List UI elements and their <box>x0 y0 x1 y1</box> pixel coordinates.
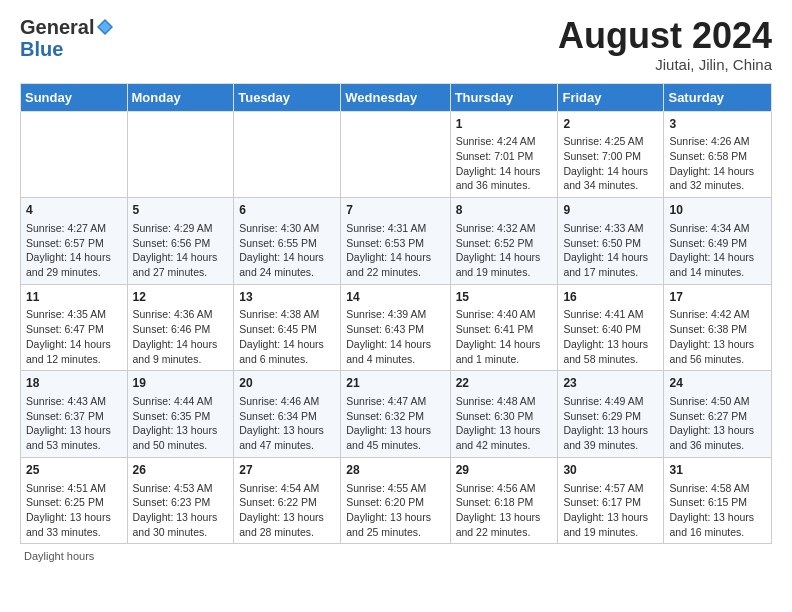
day-number: 15 <box>456 289 553 306</box>
day-info: Sunrise: 4:30 AM Sunset: 6:55 PM Dayligh… <box>239 221 335 280</box>
location-subtitle: Jiutai, Jilin, China <box>558 56 772 73</box>
calendar-cell: 13Sunrise: 4:38 AM Sunset: 6:45 PM Dayli… <box>234 284 341 371</box>
day-info: Sunrise: 4:32 AM Sunset: 6:52 PM Dayligh… <box>456 221 553 280</box>
calendar-cell: 1Sunrise: 4:24 AM Sunset: 7:01 PM Daylig… <box>450 111 558 198</box>
calendar-cell: 21Sunrise: 4:47 AM Sunset: 6:32 PM Dayli… <box>341 371 450 458</box>
day-info: Sunrise: 4:25 AM Sunset: 7:00 PM Dayligh… <box>563 134 658 193</box>
calendar-cell: 3Sunrise: 4:26 AM Sunset: 6:58 PM Daylig… <box>664 111 772 198</box>
calendar-table: SundayMondayTuesdayWednesdayThursdayFrid… <box>20 83 772 545</box>
day-info: Sunrise: 4:34 AM Sunset: 6:49 PM Dayligh… <box>669 221 766 280</box>
day-number: 5 <box>133 202 229 219</box>
day-info: Sunrise: 4:58 AM Sunset: 6:15 PM Dayligh… <box>669 481 766 540</box>
calendar-cell: 7Sunrise: 4:31 AM Sunset: 6:53 PM Daylig… <box>341 198 450 285</box>
day-info: Sunrise: 4:42 AM Sunset: 6:38 PM Dayligh… <box>669 307 766 366</box>
day-number: 7 <box>346 202 444 219</box>
calendar-cell: 17Sunrise: 4:42 AM Sunset: 6:38 PM Dayli… <box>664 284 772 371</box>
day-info: Sunrise: 4:57 AM Sunset: 6:17 PM Dayligh… <box>563 481 658 540</box>
day-number: 3 <box>669 116 766 133</box>
calendar-cell <box>21 111 128 198</box>
day-info: Sunrise: 4:38 AM Sunset: 6:45 PM Dayligh… <box>239 307 335 366</box>
calendar-cell: 23Sunrise: 4:49 AM Sunset: 6:29 PM Dayli… <box>558 371 664 458</box>
day-number: 11 <box>26 289 122 306</box>
svg-marker-1 <box>99 21 111 33</box>
day-info: Sunrise: 4:29 AM Sunset: 6:56 PM Dayligh… <box>133 221 229 280</box>
day-number: 22 <box>456 375 553 392</box>
calendar-cell: 2Sunrise: 4:25 AM Sunset: 7:00 PM Daylig… <box>558 111 664 198</box>
logo-flag-icon <box>96 18 114 36</box>
calendar-week-row: 1Sunrise: 4:24 AM Sunset: 7:01 PM Daylig… <box>21 111 772 198</box>
day-number: 20 <box>239 375 335 392</box>
calendar-week-row: 4Sunrise: 4:27 AM Sunset: 6:57 PM Daylig… <box>21 198 772 285</box>
day-info: Sunrise: 4:24 AM Sunset: 7:01 PM Dayligh… <box>456 134 553 193</box>
logo: General Blue <box>20 16 114 60</box>
day-number: 29 <box>456 462 553 479</box>
calendar-week-row: 11Sunrise: 4:35 AM Sunset: 6:47 PM Dayli… <box>21 284 772 371</box>
page: General Blue August 2024 Jiutai, Jilin, … <box>0 0 792 612</box>
calendar-cell: 30Sunrise: 4:57 AM Sunset: 6:17 PM Dayli… <box>558 457 664 544</box>
day-info: Sunrise: 4:31 AM Sunset: 6:53 PM Dayligh… <box>346 221 444 280</box>
day-number: 8 <box>456 202 553 219</box>
day-info: Sunrise: 4:56 AM Sunset: 6:18 PM Dayligh… <box>456 481 553 540</box>
day-number: 24 <box>669 375 766 392</box>
day-number: 14 <box>346 289 444 306</box>
calendar-cell: 5Sunrise: 4:29 AM Sunset: 6:56 PM Daylig… <box>127 198 234 285</box>
day-info: Sunrise: 4:47 AM Sunset: 6:32 PM Dayligh… <box>346 394 444 453</box>
day-number: 31 <box>669 462 766 479</box>
footer: Daylight hours <box>20 550 772 562</box>
day-of-week-header: Tuesday <box>234 83 341 111</box>
calendar-cell: 6Sunrise: 4:30 AM Sunset: 6:55 PM Daylig… <box>234 198 341 285</box>
calendar-cell: 27Sunrise: 4:54 AM Sunset: 6:22 PM Dayli… <box>234 457 341 544</box>
day-info: Sunrise: 4:27 AM Sunset: 6:57 PM Dayligh… <box>26 221 122 280</box>
day-info: Sunrise: 4:36 AM Sunset: 6:46 PM Dayligh… <box>133 307 229 366</box>
calendar-cell: 24Sunrise: 4:50 AM Sunset: 6:27 PM Dayli… <box>664 371 772 458</box>
footer-label: Daylight hours <box>24 550 94 562</box>
day-info: Sunrise: 4:26 AM Sunset: 6:58 PM Dayligh… <box>669 134 766 193</box>
day-number: 9 <box>563 202 658 219</box>
header: General Blue August 2024 Jiutai, Jilin, … <box>20 16 772 73</box>
day-number: 30 <box>563 462 658 479</box>
calendar-cell: 10Sunrise: 4:34 AM Sunset: 6:49 PM Dayli… <box>664 198 772 285</box>
day-number: 17 <box>669 289 766 306</box>
calendar-cell: 4Sunrise: 4:27 AM Sunset: 6:57 PM Daylig… <box>21 198 128 285</box>
calendar-week-row: 25Sunrise: 4:51 AM Sunset: 6:25 PM Dayli… <box>21 457 772 544</box>
calendar-cell: 15Sunrise: 4:40 AM Sunset: 6:41 PM Dayli… <box>450 284 558 371</box>
calendar-cell: 29Sunrise: 4:56 AM Sunset: 6:18 PM Dayli… <box>450 457 558 544</box>
calendar-cell: 9Sunrise: 4:33 AM Sunset: 6:50 PM Daylig… <box>558 198 664 285</box>
logo-blue-text: Blue <box>20 38 114 60</box>
day-number: 21 <box>346 375 444 392</box>
day-number: 6 <box>239 202 335 219</box>
logo-general-text: General <box>20 16 94 38</box>
day-of-week-header: Friday <box>558 83 664 111</box>
day-number: 12 <box>133 289 229 306</box>
day-number: 28 <box>346 462 444 479</box>
day-of-week-header: Wednesday <box>341 83 450 111</box>
day-info: Sunrise: 4:35 AM Sunset: 6:47 PM Dayligh… <box>26 307 122 366</box>
day-info: Sunrise: 4:41 AM Sunset: 6:40 PM Dayligh… <box>563 307 658 366</box>
day-info: Sunrise: 4:51 AM Sunset: 6:25 PM Dayligh… <box>26 481 122 540</box>
day-number: 4 <box>26 202 122 219</box>
day-info: Sunrise: 4:49 AM Sunset: 6:29 PM Dayligh… <box>563 394 658 453</box>
day-info: Sunrise: 4:39 AM Sunset: 6:43 PM Dayligh… <box>346 307 444 366</box>
title-block: August 2024 Jiutai, Jilin, China <box>558 16 772 73</box>
calendar-cell: 19Sunrise: 4:44 AM Sunset: 6:35 PM Dayli… <box>127 371 234 458</box>
day-info: Sunrise: 4:44 AM Sunset: 6:35 PM Dayligh… <box>133 394 229 453</box>
calendar-cell: 22Sunrise: 4:48 AM Sunset: 6:30 PM Dayli… <box>450 371 558 458</box>
day-info: Sunrise: 4:43 AM Sunset: 6:37 PM Dayligh… <box>26 394 122 453</box>
calendar-cell: 26Sunrise: 4:53 AM Sunset: 6:23 PM Dayli… <box>127 457 234 544</box>
calendar-cell: 18Sunrise: 4:43 AM Sunset: 6:37 PM Dayli… <box>21 371 128 458</box>
month-year-title: August 2024 <box>558 16 772 56</box>
day-of-week-header: Sunday <box>21 83 128 111</box>
calendar-cell <box>127 111 234 198</box>
calendar-cell: 16Sunrise: 4:41 AM Sunset: 6:40 PM Dayli… <box>558 284 664 371</box>
day-info: Sunrise: 4:53 AM Sunset: 6:23 PM Dayligh… <box>133 481 229 540</box>
day-number: 25 <box>26 462 122 479</box>
day-number: 1 <box>456 116 553 133</box>
day-info: Sunrise: 4:46 AM Sunset: 6:34 PM Dayligh… <box>239 394 335 453</box>
day-number: 27 <box>239 462 335 479</box>
calendar-cell: 25Sunrise: 4:51 AM Sunset: 6:25 PM Dayli… <box>21 457 128 544</box>
day-info: Sunrise: 4:54 AM Sunset: 6:22 PM Dayligh… <box>239 481 335 540</box>
day-of-week-header: Saturday <box>664 83 772 111</box>
calendar-cell: 20Sunrise: 4:46 AM Sunset: 6:34 PM Dayli… <box>234 371 341 458</box>
calendar-cell <box>234 111 341 198</box>
day-of-week-header: Thursday <box>450 83 558 111</box>
